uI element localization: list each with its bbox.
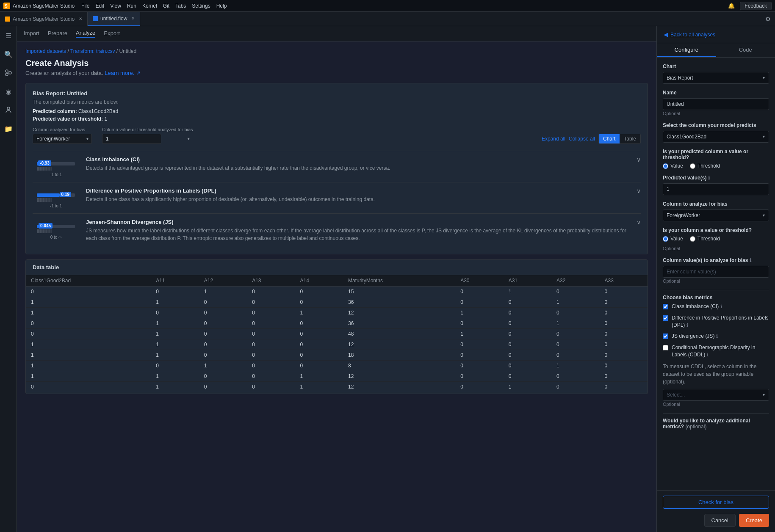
table-cell: 0 [455, 318, 503, 329]
name-input[interactable] [663, 98, 769, 110]
feedback-button[interactable]: Feedback [740, 2, 772, 10]
notification-icon[interactable]: 🔔 [728, 3, 735, 9]
sidebar-icon-folder[interactable]: 📁 [3, 123, 14, 135]
sidebar-icon-menu[interactable]: ☰ [3, 30, 14, 41]
breadcrumb-datasets[interactable]: Imported datasets [25, 48, 66, 54]
pred-values-info-icon[interactable]: ℹ [708, 175, 710, 180]
checkbox-ci-input[interactable] [663, 304, 668, 309]
predicted-values-input[interactable] [663, 183, 769, 195]
config-tab-configure[interactable]: Configure [657, 43, 716, 57]
predicted-col-select[interactable]: Class1Good2Bad [663, 131, 769, 143]
checkbox-ci: Class imbalance (CI) ℹ [663, 303, 769, 310]
nav-tab-analyze[interactable]: Analyze [76, 30, 95, 38]
menu-edit[interactable]: Edit [95, 3, 104, 9]
table-row: 11000360010 [26, 297, 648, 308]
js-info-icon[interactable]: ℹ [716, 334, 718, 339]
metric-expand-js[interactable]: ∨ [637, 219, 641, 226]
table-cell: 36 [343, 318, 455, 329]
table-button[interactable]: Table [620, 134, 640, 143]
table-cell: 0 [247, 308, 295, 318]
table-cell: 0 [600, 308, 648, 318]
radio-value-col[interactable]: Value [663, 236, 683, 242]
radio-threshold-pred[interactable]: Threshold [690, 163, 720, 169]
menu-help[interactable]: Help [216, 3, 227, 9]
column-threshold-control: Column value or threshold analyzed for b… [102, 127, 193, 144]
learn-more-link[interactable]: Learn more. ↗ [105, 70, 141, 76]
collapse-all-button[interactable]: Collapse all [569, 136, 595, 142]
checkbox-dpl-input[interactable] [663, 315, 668, 321]
cancel-button[interactable]: Cancel [704, 514, 736, 527]
metric-expand-dpl[interactable]: ∨ [637, 187, 641, 194]
metric-row-dpl: 0.19 ||||||||||||||| -1 to 1 Difference … [33, 182, 641, 213]
chart-table-toggle: Chart Table [598, 134, 641, 144]
metric-value-js: 0.045 [39, 223, 53, 229]
ci-info-icon[interactable]: ℹ [720, 304, 722, 309]
settings-gear-icon[interactable]: ⚙ [761, 16, 775, 22]
col-type-radio-group: Value Threshold [663, 236, 769, 242]
radio-threshold-pred-input[interactable] [690, 163, 695, 169]
content-area: Imported datasets / Transform: train.csv… [17, 41, 656, 532]
cddl-info-icon[interactable]: ℹ [707, 352, 709, 357]
create-button[interactable]: Create [739, 514, 769, 527]
menu-tabs[interactable]: Tabs [175, 3, 186, 9]
table-cell: 0 [600, 371, 648, 382]
tab-untitled-flow[interactable]: untitled.flow ✕ [88, 12, 140, 26]
config-tab-code[interactable]: Code [716, 43, 775, 57]
tab-sagemaker-studio[interactable]: Amazon SageMaker Studio ✕ [0, 12, 88, 26]
app-layout: ☰ 🔍 ◉ 📁 Import Prepare Analyze Export Im… [0, 26, 775, 532]
col-values-info-icon[interactable]: ℹ [750, 258, 751, 263]
menu-git[interactable]: Git [163, 3, 169, 9]
menu-run[interactable]: Run [127, 3, 136, 9]
expand-all-button[interactable]: Expand all [542, 136, 565, 142]
col-values-input[interactable] [663, 266, 769, 278]
checkbox-js-input[interactable] [663, 334, 668, 339]
column-bias-select[interactable]: ForeignWorker [33, 134, 92, 144]
table-cell: 1 [26, 361, 151, 371]
col-bias-select[interactable]: ForeignWorker [663, 209, 769, 221]
metric-expand-ci[interactable]: ∨ [637, 156, 641, 163]
radio-threshold-col-input[interactable] [690, 236, 695, 242]
radio-threshold-col[interactable]: Threshold [690, 236, 720, 242]
menu-view[interactable]: View [110, 3, 121, 9]
cddl-select[interactable]: Select... [663, 389, 769, 401]
sidebar-icon-nodes[interactable] [3, 67, 14, 79]
nav-tab-export[interactable]: Export [104, 30, 120, 37]
breadcrumb-current: Untitled [119, 48, 136, 54]
table-cell: 36 [343, 392, 455, 394]
table-cell: 0 [551, 339, 599, 350]
radio-value-pred[interactable]: Value [663, 163, 683, 169]
table-row: 1010080010 [26, 361, 648, 371]
column-bias-control: Column analyzed for bias ForeignWorker [33, 127, 92, 144]
back-link[interactable]: Back to all analyses [670, 32, 715, 38]
table-cell: 0 [504, 392, 551, 394]
sidebar-icon-people[interactable] [3, 104, 14, 116]
breadcrumb-transform[interactable]: Transform: train.csv [70, 48, 115, 54]
tab-close-flow[interactable]: ✕ [131, 16, 135, 21]
menu-settings[interactable]: Settings [192, 3, 210, 9]
menu-file[interactable]: File [81, 3, 89, 9]
table-cell: 0 [26, 287, 151, 297]
data-table-wrapper[interactable]: Class1Good2Bad A11 A12 A13 A14 MaturityM… [26, 275, 648, 394]
tab-close-sagemaker[interactable]: ✕ [79, 17, 82, 21]
nav-tab-import[interactable]: Import [24, 30, 39, 37]
checkbox-cddl-input[interactable] [663, 345, 668, 350]
chart-button[interactable]: Chart [599, 134, 620, 143]
nav-tab-prepare[interactable]: Prepare [48, 30, 67, 37]
menu-kernel[interactable]: Kernel [142, 3, 157, 9]
form-section-col-values: Column value(s) to analyze for bias ℹ Op… [663, 257, 769, 284]
table-cell: 0 [247, 297, 295, 308]
radio-value-col-input[interactable] [663, 236, 668, 242]
table-cell: 0 [151, 308, 199, 318]
table-cell: 1 [199, 361, 247, 371]
radio-value-pred-input[interactable] [663, 163, 668, 169]
chart-select[interactable]: Bias Report [663, 72, 769, 84]
sidebar-icon-search[interactable]: 🔍 [3, 48, 14, 60]
check-for-bias-button[interactable]: Check for bias [663, 496, 769, 509]
table-cell: 0 [600, 392, 648, 394]
column-bias-label: Column analyzed for bias [33, 127, 92, 132]
sidebar-icon-circle[interactable]: ◉ [3, 85, 14, 97]
dpl-info-icon[interactable]: ℹ [686, 323, 688, 328]
form-section-pred-values: Predicted value(s) ℹ [663, 175, 769, 195]
table-cell: 0 [247, 318, 295, 329]
column-threshold-select[interactable]: 1 [102, 134, 161, 144]
